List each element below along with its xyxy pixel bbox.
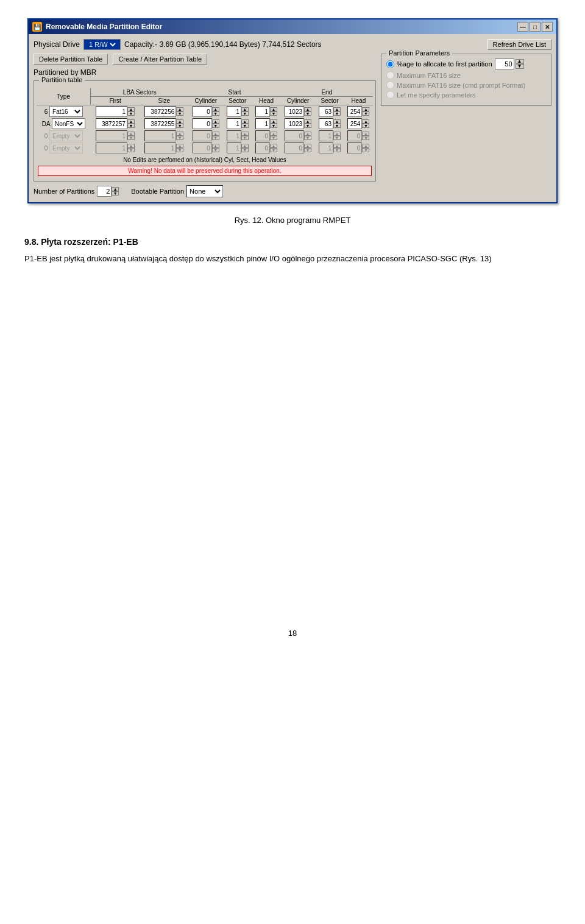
spinner[interactable]: ▲ ▼ [193, 106, 219, 117]
spinner[interactable]: ▲ ▼ [319, 118, 341, 129]
spinner[interactable]: ▲ ▼ [255, 118, 277, 129]
arrow-up[interactable]: ▲ [333, 119, 341, 124]
spinner[interactable]: ▲ ▼ [144, 106, 183, 117]
radio-percentage[interactable] [386, 60, 394, 68]
spinner[interactable]: ▲ ▼ [285, 106, 311, 117]
arrow-down[interactable]: ▼ [270, 124, 277, 128]
cell-lba-first[interactable]: ▲ ▼ [91, 105, 140, 118]
spinner-input[interactable] [144, 106, 176, 117]
refresh-drive-list-button[interactable]: Refresh Drive List [488, 39, 551, 50]
spinner[interactable]: ▲ ▼ [96, 118, 135, 129]
cell-end-cyl[interactable]: ▲ ▼ [281, 105, 316, 118]
arrow-up[interactable]: ▲ [362, 107, 369, 111]
arrow-down[interactable]: ▼ [304, 124, 311, 128]
arrow-up[interactable]: ▲ [212, 107, 219, 111]
type-select[interactable]: Fat16 [49, 106, 83, 117]
num-partitions-input[interactable] [97, 186, 112, 197]
spinner[interactable]: ▲ ▼ [227, 106, 249, 117]
delete-partition-table-button[interactable]: Delete Partition Table [34, 54, 108, 65]
arrow-down[interactable]: ▼ [362, 111, 369, 116]
spinner-input[interactable] [193, 106, 212, 117]
arrow-down[interactable]: ▼ [362, 124, 369, 128]
percentage-input[interactable] [495, 58, 514, 69]
drive-select[interactable]: 1 R/W [83, 39, 121, 50]
arrow-up[interactable]: ▲ [176, 119, 183, 124]
arrow-up[interactable]: ▲ [176, 107, 183, 111]
arrow-down[interactable]: ▼ [270, 111, 277, 116]
percentage-down[interactable]: ▼ [516, 64, 524, 69]
spinner[interactable]: ▲ ▼ [347, 118, 369, 129]
spinner-input[interactable] [285, 106, 304, 117]
cell-start-sec[interactable]: ▲ ▼ [223, 118, 252, 130]
arrow-down[interactable]: ▼ [212, 111, 219, 116]
cell-start-head[interactable]: ▲ ▼ [252, 105, 280, 118]
spinner-input[interactable] [285, 118, 304, 129]
cell-type[interactable]: DA NonFS [37, 118, 91, 130]
arrow-up[interactable]: ▲ [304, 119, 311, 124]
spinner-input[interactable] [96, 118, 127, 129]
cell-lba-size[interactable]: ▲ ▼ [140, 118, 188, 130]
arrow-down[interactable]: ▼ [176, 111, 183, 116]
spinner-input[interactable] [319, 118, 333, 129]
arrow-up[interactable]: ▲ [241, 107, 249, 111]
radio-max-fat16-cmd[interactable] [386, 81, 394, 89]
spinner-input[interactable] [347, 118, 362, 129]
type-select[interactable]: NonFS [52, 118, 85, 129]
radio-max-fat16[interactable] [386, 71, 394, 79]
maximize-button[interactable]: □ [530, 22, 541, 32]
spinner[interactable]: ▲ ▼ [144, 118, 183, 129]
cell-lba-first[interactable]: ▲ ▼ [91, 118, 140, 130]
arrow-down[interactable]: ▼ [212, 124, 219, 128]
spinner-input[interactable] [255, 118, 270, 129]
cell-end-head[interactable]: ▲ ▼ [344, 118, 373, 130]
arrow-up[interactable]: ▲ [270, 119, 277, 124]
arrow-up[interactable]: ▲ [212, 119, 219, 124]
close-button[interactable]: ✕ [542, 22, 553, 32]
bootable-select[interactable]: None [186, 185, 223, 197]
cell-start-sec[interactable]: ▲ ▼ [223, 105, 252, 118]
arrow-up[interactable]: ▲ [333, 107, 341, 111]
spinner-input[interactable] [347, 106, 362, 117]
cell-start-cyl[interactable]: ▲ ▼ [188, 118, 223, 130]
arrow-down[interactable]: ▼ [333, 124, 341, 128]
arrow-down[interactable]: ▼ [241, 124, 249, 128]
cell-end-cyl[interactable]: ▲ ▼ [281, 118, 316, 130]
arrow-up[interactable]: ▲ [362, 119, 369, 124]
minimize-button[interactable]: — [517, 22, 528, 32]
spinner-input[interactable] [255, 106, 270, 117]
num-partitions-down[interactable]: ▼ [112, 191, 119, 196]
arrow-up[interactable]: ▲ [241, 119, 249, 124]
cell-type[interactable]: 6 Fat16 [37, 105, 91, 118]
spinner-input[interactable] [227, 106, 241, 117]
num-partitions-spinner[interactable]: ▲ ▼ [97, 186, 119, 197]
cell-start-head[interactable]: ▲ ▼ [252, 118, 280, 130]
spinner-input[interactable] [319, 106, 333, 117]
radio-specify[interactable] [386, 91, 394, 99]
arrow-down[interactable]: ▼ [176, 124, 183, 128]
arrow-down[interactable]: ▼ [304, 111, 311, 116]
spinner-input[interactable] [193, 118, 212, 129]
spinner[interactable]: ▲ ▼ [227, 118, 249, 129]
arrow-up[interactable]: ▲ [270, 107, 277, 111]
spinner[interactable]: ▲ ▼ [319, 106, 341, 117]
create-alter-partition-table-button[interactable]: Create / Alter Partition Table [113, 54, 207, 65]
drive-dropdown[interactable]: 1 R/W [87, 40, 118, 49]
cell-start-cyl[interactable]: ▲ ▼ [188, 105, 223, 118]
arrow-up[interactable]: ▲ [127, 107, 135, 111]
num-partitions-up[interactable]: ▲ [112, 187, 119, 191]
spinner[interactable]: ▲ ▼ [285, 118, 311, 129]
cell-end-sec[interactable]: ▲ ▼ [315, 118, 344, 130]
spinner-input[interactable] [96, 106, 127, 117]
spinner[interactable]: ▲ ▼ [347, 106, 369, 117]
arrow-up[interactable]: ▲ [304, 107, 311, 111]
arrow-down[interactable]: ▼ [241, 111, 249, 116]
arrow-up[interactable]: ▲ [127, 119, 135, 124]
spinner[interactable]: ▲ ▼ [96, 106, 135, 117]
cell-end-sec[interactable]: ▲ ▼ [315, 105, 344, 118]
spinner-input[interactable] [227, 118, 241, 129]
spinner-input[interactable] [144, 118, 176, 129]
arrow-down[interactable]: ▼ [127, 124, 135, 128]
cell-end-head[interactable]: ▲ ▼ [344, 105, 373, 118]
spinner[interactable]: ▲ ▼ [193, 118, 219, 129]
cell-lba-size[interactable]: ▲ ▼ [140, 105, 188, 118]
